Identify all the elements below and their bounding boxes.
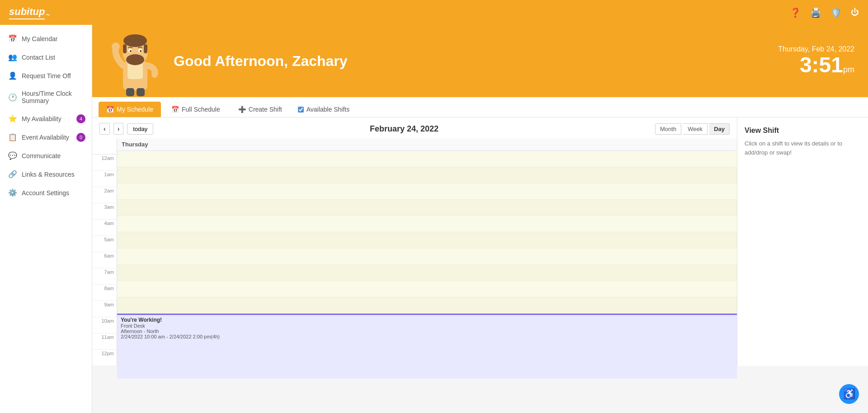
- sidebar-label-my-availability: My Availability: [22, 115, 61, 122]
- prev-button[interactable]: ‹: [99, 123, 110, 135]
- tab-full-schedule[interactable]: 📅 Full Schedule: [164, 102, 228, 117]
- svg-point-9: [130, 50, 132, 52]
- power-icon[interactable]: ⏻: [851, 8, 859, 17]
- communicate-icon: 💬: [8, 151, 17, 160]
- shift-block[interactable]: You're Working! Front Desk Afternoon - N…: [117, 314, 737, 379]
- event-row-5am[interactable]: [117, 232, 737, 249]
- time-slot-3am: 3am: [92, 203, 117, 220]
- calendar-section: ‹ › today February 24, 2022 Month Week D…: [92, 117, 737, 366]
- sidebar-item-contact-list[interactable]: 👥 Contact List: [0, 48, 92, 66]
- day-grid: 12am1am2am3am4am5am6am7am8am9am10am11am1…: [92, 138, 737, 366]
- sidebar-label-contact-list: Contact List: [22, 54, 55, 61]
- tabs-bar: 📅 My Schedule 📅 Full Schedule ➕ Create S…: [92, 97, 868, 117]
- sidebar-item-request-time-off[interactable]: 👤 Request Time Off: [0, 66, 92, 85]
- day-view-button[interactable]: Day: [709, 123, 730, 135]
- tab-create-shift[interactable]: ➕ Create Shift: [231, 102, 290, 117]
- tab-my-schedule[interactable]: 📅 My Schedule: [99, 102, 161, 117]
- sidebar-label-account-settings: Account Settings: [22, 189, 69, 197]
- create-shift-icon: ➕: [238, 106, 246, 113]
- time-slot-12pm: 12pm: [92, 350, 117, 366]
- event-row-4am[interactable]: [117, 216, 737, 232]
- logo[interactable]: subitup ~: [9, 6, 50, 19]
- svg-point-6: [126, 54, 144, 65]
- time-slot-11am: 11am: [92, 333, 117, 350]
- svg-rect-4: [123, 44, 127, 53]
- event-row-3am[interactable]: [117, 200, 737, 216]
- accessibility-button[interactable]: ♿: [839, 384, 859, 404]
- star-icon: ⭐: [8, 114, 17, 123]
- event-row-10am[interactable]: You're Working! Front Desk Afternoon - N…: [117, 314, 737, 330]
- svg-rect-5: [144, 44, 147, 53]
- shift-position: Afternoon - North: [121, 329, 733, 334]
- next-button[interactable]: ›: [113, 123, 124, 135]
- shift-location: Front Desk: [121, 323, 733, 329]
- available-shifts-checkbox-wrapper[interactable]: Available Shifts: [292, 102, 355, 117]
- event-row-2am[interactable]: [117, 183, 737, 200]
- settings-icon: ⚙️: [8, 188, 17, 197]
- print-icon[interactable]: 🖨️: [810, 7, 821, 18]
- tab-my-schedule-label: My Schedule: [117, 106, 153, 113]
- sidebar-item-account-settings[interactable]: ⚙️ Account Settings: [0, 183, 92, 202]
- timeoff-icon: 👤: [8, 71, 17, 80]
- calendar-title: February 24, 2022: [370, 124, 439, 134]
- top-nav: subitup ~ ❓ 🖨️ 🛡️ ⏻: [0, 0, 868, 25]
- time-slot-12am: 12am: [92, 155, 117, 171]
- sidebar-label-communicate: Communicate: [22, 152, 61, 160]
- time-slot-10am: 10am: [92, 317, 117, 333]
- sidebar-item-communicate[interactable]: 💬 Communicate: [0, 146, 92, 165]
- shield-icon[interactable]: 🛡️: [830, 7, 842, 18]
- event-row-12am[interactable]: [117, 151, 737, 167]
- sidebar-item-my-calendar[interactable]: 📅 My Calendar: [0, 29, 92, 48]
- schedule-container: 📅 My Schedule 📅 Full Schedule ➕ Create S…: [92, 97, 868, 366]
- sidebar-label-my-calendar: My Calendar: [22, 35, 57, 42]
- links-icon: 🔗: [8, 170, 17, 178]
- time-slot-2am: 2am: [92, 187, 117, 203]
- view-buttons: Month Week Day: [655, 123, 730, 135]
- time-slot-7am: 7am: [92, 268, 117, 285]
- view-shift-panel: View Shift Click on a shift to view its …: [737, 117, 868, 366]
- sidebar-item-event-availability[interactable]: 📋 Event Availability 0: [0, 128, 92, 146]
- event-row-9am[interactable]: [117, 297, 737, 314]
- help-icon[interactable]: ❓: [790, 7, 801, 18]
- month-view-button[interactable]: Month: [655, 123, 681, 135]
- event-icon: 📋: [8, 133, 17, 141]
- svg-point-10: [140, 50, 142, 52]
- main-content: Good Afternoon, Zachary Thursday, Feb 24…: [92, 25, 868, 413]
- datetime-display: Thursday, Feb 24, 2022 3:51pm: [778, 45, 854, 77]
- sidebar-item-hours-time-clock[interactable]: 🕐 Hours/Time Clock Summary: [0, 85, 92, 109]
- week-view-button[interactable]: Week: [683, 123, 708, 135]
- shift-time-range: 2/24/2022 10:00 am - 2/24/2022 2:00 pm(4…: [121, 334, 733, 339]
- calendar-nav: ‹ › today: [99, 123, 153, 135]
- shift-title: You're Working!: [121, 317, 733, 323]
- sidebar-label-hours-time-clock: Hours/Time Clock Summary: [22, 90, 84, 104]
- svg-rect-13: [137, 88, 145, 96]
- sidebar-item-my-availability[interactable]: ⭐ My Availability 4: [0, 109, 92, 128]
- tab-create-shift-label: Create Shift: [249, 106, 282, 113]
- available-shifts-checkbox[interactable]: [298, 107, 304, 113]
- time-suffix: pm: [843, 65, 854, 74]
- time-slot-1am: 1am: [92, 171, 117, 187]
- sidebar-label-event-availability: Event Availability: [22, 134, 69, 141]
- event-row-8am[interactable]: [117, 281, 737, 297]
- svg-point-11: [112, 42, 120, 51]
- sidebar-label-request-time-off: Request Time Off: [22, 72, 71, 80]
- event-row-6am[interactable]: [117, 249, 737, 265]
- calendar-with-panel: ‹ › today February 24, 2022 Month Week D…: [92, 117, 868, 366]
- today-button[interactable]: today: [127, 123, 153, 135]
- time-slot-9am: 9am: [92, 301, 117, 317]
- time-slot-6am: 6am: [92, 252, 117, 268]
- event-row-1am[interactable]: [117, 167, 737, 183]
- time-slot-8am: 8am: [92, 285, 117, 301]
- event-badge: 0: [76, 133, 85, 142]
- sidebar-label-links-resources: Links & Resources: [22, 171, 75, 178]
- nav-icons: ❓ 🖨️ 🛡️ ⏻: [790, 7, 859, 18]
- time-text: 3:51pm: [778, 53, 854, 77]
- day-header: Thursday: [117, 138, 737, 151]
- main-layout: 📅 My Calendar 👥 Contact List 👤 Request T…: [0, 25, 868, 413]
- time-slot-4am: 4am: [92, 220, 117, 236]
- event-row-7am[interactable]: [117, 265, 737, 281]
- svg-rect-12: [126, 88, 134, 96]
- sidebar-item-links-resources[interactable]: 🔗 Links & Resources: [0, 165, 92, 183]
- sidebar: 📅 My Calendar 👥 Contact List 👤 Request T…: [0, 25, 92, 413]
- available-shifts-label: Available Shifts: [307, 106, 349, 113]
